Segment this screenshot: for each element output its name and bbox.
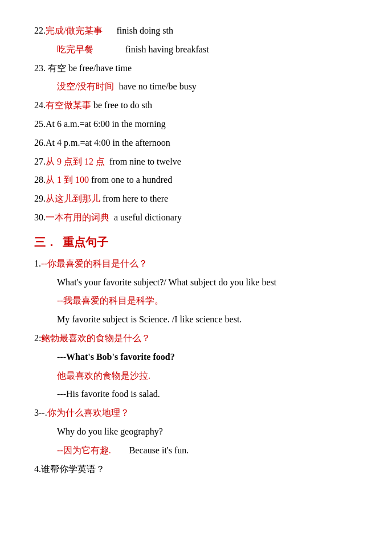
item-25: 25.At 6 a.m.=at 6:00 in the morning — [34, 116, 358, 133]
section-3-header: 三． 重点句子 — [34, 232, 358, 252]
item-27-number: 27. — [34, 157, 46, 166]
item-25-text: At 6 a.m.=at 6:00 in the morning — [46, 119, 166, 129]
item-30-number: 30. — [34, 212, 46, 222]
item-28-number: 28. — [34, 175, 46, 185]
main-content: 22.完成/做完某事 finish doing sth 吃完早餐 finish … — [34, 23, 358, 477]
item-24-chinese: 有空做某事 — [46, 100, 91, 110]
item-30: 30.一本有用的词典 a useful dictionary — [34, 210, 358, 226]
item-28-chinese: 从 1 到 100 — [46, 175, 89, 185]
item-29-number: 29. — [34, 194, 46, 203]
item-29-english: from here to there — [103, 194, 168, 203]
sentence-1-chinese-a: --我最喜爱的科目是科学。 — [57, 293, 358, 309]
item-30-chinese: 一本有用的词典 — [46, 212, 109, 222]
item-26-number: 26. — [34, 138, 46, 148]
item-24-english: be free to do sth — [93, 100, 152, 110]
item-30-english: a useful dictionary — [114, 212, 182, 222]
item-22-chinese: 完成/做完某事 — [46, 26, 103, 35]
item-24: 24.有空做某事 be free to do sth — [34, 97, 358, 114]
sentence-2-english-a: ---His favorite food is salad. — [57, 386, 358, 403]
item-26: 26.At 4 p.m.=at 4:00 in the afternoon — [34, 135, 358, 151]
item-23-english: be free/have time — [68, 63, 132, 73]
item-23: 23. 有空 be free/have time — [34, 60, 358, 77]
item-22-english: finish doing sth — [116, 26, 173, 35]
item-28-english: from one to a hundred — [91, 175, 172, 185]
item-27-english: from nine to twelve — [109, 157, 181, 166]
item-22-number: 22. — [34, 26, 46, 35]
item-27: 27.从 9 点到 12 点 from nine to twelve — [34, 154, 358, 170]
item-23-sub-chinese: 没空/没有时间 — [57, 81, 114, 91]
item-22-spacer — [103, 26, 116, 35]
sentence-3-chinese-a: --因为它有趣. Because it's fun. — [57, 443, 358, 459]
sentence-3-number: 3--.你为什么喜欢地理？ — [34, 405, 358, 421]
sentence-2-number: 2:鲍勃最喜欢的食物是什么？ — [34, 330, 358, 347]
item-23-number: 23. — [34, 63, 46, 73]
item-29: 29.从这儿到那儿 from here to there — [34, 191, 358, 207]
item-23-sub: 没空/没有时间 have no time/be busy — [57, 79, 358, 95]
sentence-4-number: 4.谁帮你学英语？ — [34, 461, 358, 478]
item-28: 28.从 1 到 100 from one to a hundred — [34, 172, 358, 189]
item-23-sub-english: have no time/be busy — [119, 81, 196, 91]
item-29-chinese: 从这儿到那儿 — [46, 194, 100, 203]
sentence-3-english-q: Why do you like geography? — [57, 424, 358, 440]
sentence-2-chinese-a: 他最喜欢的食物是沙拉. — [57, 368, 358, 384]
item-22-sub-english: finish having breakfast — [125, 44, 209, 54]
item-22-sub-chinese: 吃完早餐 — [57, 44, 93, 54]
item-22-sub-spacer — [93, 44, 125, 54]
sentence-1-number: 1.--你最喜爱的科目是什么？ — [34, 256, 358, 272]
item-22-sub: 吃完早餐 finish having breakfast — [57, 42, 358, 58]
item-22: 22.完成/做完某事 finish doing sth — [34, 23, 358, 39]
item-23-chinese: 有空 — [48, 63, 66, 73]
item-26-text: At 4 p.m.=at 4:00 in the afternoon — [46, 138, 170, 148]
item-25-number: 25. — [34, 119, 46, 129]
sentence-1-english-a: My favorite subject is Science. /I like … — [57, 312, 358, 328]
item-27-chinese: 从 9 点到 12 点 — [46, 157, 105, 166]
item-24-number: 24. — [34, 100, 46, 110]
sentence-2-english-q: ---What's Bob's favorite food? — [57, 349, 358, 366]
sentence-1-english-q: What's your favorite subject?/ What subj… — [57, 275, 358, 291]
